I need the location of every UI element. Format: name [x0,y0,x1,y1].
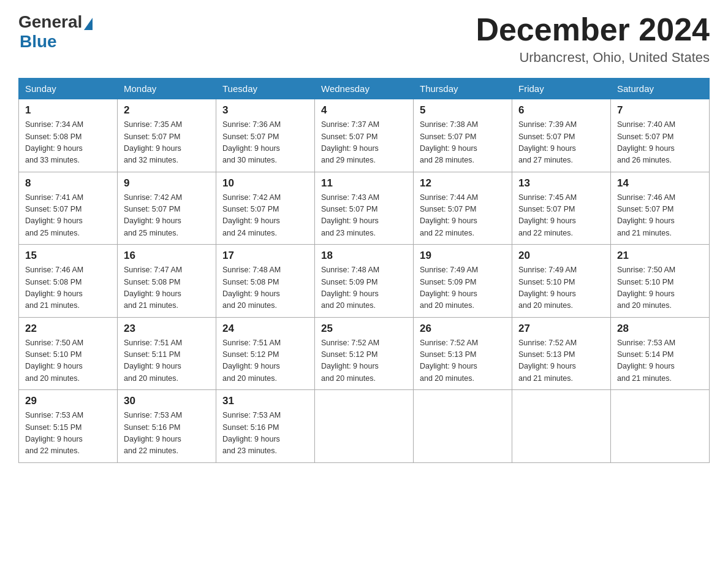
calendar-cell: 29 Sunrise: 7:53 AMSunset: 5:15 PMDaylig… [19,390,118,463]
day-number: 25 [321,323,407,335]
day-number: 16 [124,250,210,262]
calendar-week-row: 15 Sunrise: 7:46 AMSunset: 5:08 PMDaylig… [19,245,710,318]
calendar-week-row: 1 Sunrise: 7:34 AMSunset: 5:08 PMDayligh… [19,99,710,172]
calendar-cell: 15 Sunrise: 7:46 AMSunset: 5:08 PMDaylig… [19,245,118,318]
day-info: Sunrise: 7:35 AMSunset: 5:07 PMDaylight:… [124,119,210,167]
day-number: 23 [124,323,210,335]
day-number: 19 [420,250,506,262]
day-number: 1 [25,104,111,117]
day-info: Sunrise: 7:37 AMSunset: 5:07 PMDaylight:… [321,119,407,167]
day-info: Sunrise: 7:53 AMSunset: 5:15 PMDaylight:… [25,410,111,458]
day-number: 3 [222,104,308,117]
day-number: 9 [124,177,210,190]
day-header-friday: Friday [512,79,611,99]
calendar-week-row: 22 Sunrise: 7:50 AMSunset: 5:10 PMDaylig… [19,317,710,390]
calendar-cell: 27 Sunrise: 7:52 AMSunset: 5:13 PMDaylig… [512,317,611,390]
day-number: 29 [25,395,111,407]
day-info: Sunrise: 7:50 AMSunset: 5:10 PMDaylight:… [617,264,703,312]
calendar-cell: 21 Sunrise: 7:50 AMSunset: 5:10 PMDaylig… [611,245,710,318]
day-info: Sunrise: 7:39 AMSunset: 5:07 PMDaylight:… [518,119,604,167]
title-area: December 2024 Urbancrest, Ohio, United S… [476,12,710,66]
calendar-cell: 3 Sunrise: 7:36 AMSunset: 5:07 PMDayligh… [216,99,315,172]
day-number: 31 [222,395,308,407]
calendar-week-row: 29 Sunrise: 7:53 AMSunset: 5:15 PMDaylig… [19,390,710,463]
calendar-cell: 5 Sunrise: 7:38 AMSunset: 5:07 PMDayligh… [414,99,512,172]
day-number: 26 [420,323,506,335]
day-info: Sunrise: 7:52 AMSunset: 5:12 PMDaylight:… [321,337,407,385]
day-info: Sunrise: 7:53 AMSunset: 5:16 PMDaylight:… [124,410,210,458]
day-number: 11 [321,177,407,190]
day-number: 10 [222,177,308,190]
day-info: Sunrise: 7:41 AMSunset: 5:07 PMDaylight:… [25,192,111,240]
calendar-cell: 9 Sunrise: 7:42 AMSunset: 5:07 PMDayligh… [118,172,216,245]
day-number: 13 [518,177,604,190]
day-info: Sunrise: 7:42 AMSunset: 5:07 PMDaylight:… [222,192,308,240]
day-header-saturday: Saturday [611,79,710,99]
calendar-week-row: 8 Sunrise: 7:41 AMSunset: 5:07 PMDayligh… [19,172,710,245]
day-number: 14 [617,177,703,190]
day-number: 17 [222,250,308,262]
location-title: Urbancrest, Ohio, United States [476,50,710,66]
day-info: Sunrise: 7:40 AMSunset: 5:07 PMDaylight:… [617,119,703,167]
calendar-cell: 10 Sunrise: 7:42 AMSunset: 5:07 PMDaylig… [216,172,315,245]
calendar-cell: 22 Sunrise: 7:50 AMSunset: 5:10 PMDaylig… [19,317,118,390]
day-number: 30 [124,395,210,407]
calendar-cell: 13 Sunrise: 7:45 AMSunset: 5:07 PMDaylig… [512,172,611,245]
calendar-cell: 2 Sunrise: 7:35 AMSunset: 5:07 PMDayligh… [118,99,216,172]
calendar-cell [512,390,611,463]
day-number: 12 [420,177,506,190]
day-info: Sunrise: 7:46 AMSunset: 5:08 PMDaylight:… [25,264,111,312]
day-info: Sunrise: 7:51 AMSunset: 5:12 PMDaylight:… [222,337,308,385]
calendar-table: SundayMondayTuesdayWednesdayThursdayFrid… [18,78,710,463]
day-header-sunday: Sunday [19,79,118,99]
day-info: Sunrise: 7:34 AMSunset: 5:08 PMDaylight:… [25,119,111,167]
logo-blue-text: Blue [20,32,57,52]
day-info: Sunrise: 7:49 AMSunset: 5:10 PMDaylight:… [518,264,604,312]
day-number: 21 [617,250,703,262]
day-info: Sunrise: 7:52 AMSunset: 5:13 PMDaylight:… [420,337,506,385]
day-number: 20 [518,250,604,262]
calendar-cell [414,390,512,463]
day-number: 5 [420,104,506,117]
day-number: 22 [25,323,111,335]
day-info: Sunrise: 7:36 AMSunset: 5:07 PMDaylight:… [222,119,308,167]
calendar-cell: 14 Sunrise: 7:46 AMSunset: 5:07 PMDaylig… [611,172,710,245]
calendar-cell: 1 Sunrise: 7:34 AMSunset: 5:08 PMDayligh… [19,99,118,172]
calendar-cell: 26 Sunrise: 7:52 AMSunset: 5:13 PMDaylig… [414,317,512,390]
calendar-cell: 24 Sunrise: 7:51 AMSunset: 5:12 PMDaylig… [216,317,315,390]
day-number: 27 [518,323,604,335]
day-info: Sunrise: 7:52 AMSunset: 5:13 PMDaylight:… [518,337,604,385]
calendar-cell: 6 Sunrise: 7:39 AMSunset: 5:07 PMDayligh… [512,99,611,172]
day-header-tuesday: Tuesday [216,79,315,99]
day-header-thursday: Thursday [414,79,512,99]
day-number: 18 [321,250,407,262]
day-header-monday: Monday [118,79,216,99]
day-info: Sunrise: 7:50 AMSunset: 5:10 PMDaylight:… [25,337,111,385]
calendar-cell: 19 Sunrise: 7:49 AMSunset: 5:09 PMDaylig… [414,245,512,318]
day-number: 8 [25,177,111,190]
calendar-cell: 16 Sunrise: 7:47 AMSunset: 5:08 PMDaylig… [118,245,216,318]
calendar-cell [315,390,414,463]
day-info: Sunrise: 7:48 AMSunset: 5:09 PMDaylight:… [321,264,407,312]
logo-triangle-icon [84,18,93,30]
calendar-cell [611,390,710,463]
calendar-cell: 30 Sunrise: 7:53 AMSunset: 5:16 PMDaylig… [118,390,216,463]
day-info: Sunrise: 7:51 AMSunset: 5:11 PMDaylight:… [124,337,210,385]
calendar-cell: 8 Sunrise: 7:41 AMSunset: 5:07 PMDayligh… [19,172,118,245]
day-info: Sunrise: 7:53 AMSunset: 5:16 PMDaylight:… [222,410,308,458]
day-header-wednesday: Wednesday [315,79,414,99]
day-number: 7 [617,104,703,117]
day-info: Sunrise: 7:47 AMSunset: 5:08 PMDaylight:… [124,264,210,312]
day-info: Sunrise: 7:46 AMSunset: 5:07 PMDaylight:… [617,192,703,240]
day-number: 6 [518,104,604,117]
calendar-cell: 25 Sunrise: 7:52 AMSunset: 5:12 PMDaylig… [315,317,414,390]
calendar-cell: 31 Sunrise: 7:53 AMSunset: 5:16 PMDaylig… [216,390,315,463]
header: General Blue December 2024 Urbancrest, O… [18,12,710,66]
calendar-cell: 20 Sunrise: 7:49 AMSunset: 5:10 PMDaylig… [512,245,611,318]
day-info: Sunrise: 7:44 AMSunset: 5:07 PMDaylight:… [420,192,506,240]
calendar-cell: 23 Sunrise: 7:51 AMSunset: 5:11 PMDaylig… [118,317,216,390]
calendar-cell: 12 Sunrise: 7:44 AMSunset: 5:07 PMDaylig… [414,172,512,245]
day-info: Sunrise: 7:42 AMSunset: 5:07 PMDaylight:… [124,192,210,240]
month-title: December 2024 [476,12,710,47]
calendar-cell: 4 Sunrise: 7:37 AMSunset: 5:07 PMDayligh… [315,99,414,172]
